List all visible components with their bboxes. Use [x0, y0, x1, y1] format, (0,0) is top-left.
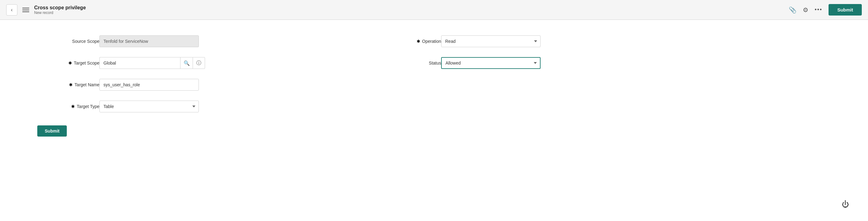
- menu-icon[interactable]: [22, 8, 29, 12]
- target-scope-row: ✱ Target Scope 🔍 ⓘ: [37, 57, 255, 69]
- target-scope-wrapper: 🔍 ⓘ: [99, 57, 205, 69]
- target-scope-label: ✱ Target Scope: [37, 61, 99, 65]
- target-type-label: ✱ Target Type: [37, 104, 99, 109]
- form-left: Source Scope ✱ Target Scope 🔍 ⓘ: [37, 35, 255, 122]
- title-block: Cross scope privilege New record: [34, 5, 86, 15]
- form-layout: Source Scope ✱ Target Scope 🔍 ⓘ: [37, 35, 831, 122]
- more-icon[interactable]: •••: [814, 6, 822, 13]
- paperclip-icon[interactable]: 📎: [789, 6, 797, 14]
- operation-row: ✱ Operation Read Write Create Delete: [379, 35, 596, 47]
- status-row: Status Allowed Denied: [379, 57, 596, 69]
- target-type-required-star: ✱: [71, 104, 75, 109]
- page-subtitle: New record: [34, 10, 86, 15]
- target-scope-required-star: ✱: [68, 61, 72, 65]
- status-select[interactable]: Allowed Denied: [441, 57, 540, 69]
- target-scope-input[interactable]: [99, 57, 180, 69]
- sliders-icon[interactable]: ⚙: [803, 6, 808, 14]
- timer-icon[interactable]: ⏻: [842, 200, 849, 209]
- form-right: ✱ Operation Read Write Create Delete Sta…: [379, 35, 596, 122]
- target-name-label: ✱ Target Name: [37, 82, 99, 87]
- target-type-row: ✱ Target Type Table Script Include Busin…: [37, 101, 255, 113]
- source-scope-row: Source Scope: [37, 35, 255, 47]
- main-content: Source Scope ✱ Target Scope 🔍 ⓘ: [0, 20, 868, 221]
- toolbar-left: ‹ Cross scope privilege New record: [6, 4, 86, 15]
- target-type-select[interactable]: Table Script Include Business Rule: [99, 101, 199, 113]
- target-scope-info-button[interactable]: ⓘ: [193, 57, 205, 69]
- target-scope-search-button[interactable]: 🔍: [180, 57, 193, 69]
- source-scope-input[interactable]: [99, 35, 199, 47]
- submit-button-header[interactable]: Submit: [829, 4, 862, 15]
- target-name-input[interactable]: [99, 79, 199, 91]
- source-scope-label: Source Scope: [37, 39, 99, 44]
- target-name-required-star: ✱: [69, 82, 73, 87]
- back-button[interactable]: ‹: [6, 4, 18, 15]
- operation-label: ✱ Operation: [379, 39, 441, 44]
- toolbar-right: 📎 ⚙ ••• Submit: [789, 4, 862, 15]
- submit-button-bottom[interactable]: Submit: [37, 125, 67, 136]
- page-title: Cross scope privilege: [34, 5, 86, 10]
- toolbar: ‹ Cross scope privilege New record 📎 ⚙ •…: [0, 0, 868, 20]
- operation-required-star: ✱: [416, 39, 420, 44]
- operation-select[interactable]: Read Write Create Delete: [441, 35, 540, 47]
- status-label: Status: [379, 61, 441, 65]
- target-name-row: ✱ Target Name: [37, 79, 255, 91]
